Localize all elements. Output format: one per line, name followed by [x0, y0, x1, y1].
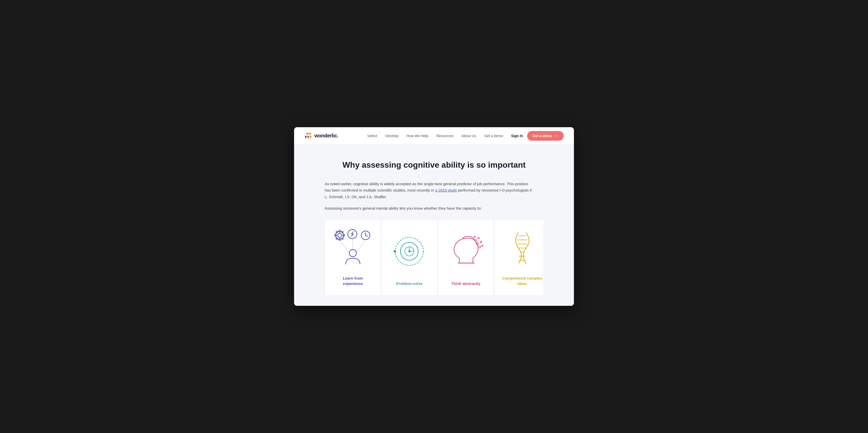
svg-marker-17 — [351, 231, 353, 237]
paragraph-1: As noted earlier, cognitive ability is w… — [324, 181, 533, 200]
logo-icon — [304, 132, 312, 140]
svg-marker-0 — [306, 133, 308, 135]
nav-get-demo-link[interactable]: Get a demo — [484, 134, 503, 138]
card-learn: Learn from experience — [324, 219, 381, 296]
sign-in-button[interactable]: Sign In — [511, 134, 523, 138]
svg-marker-3 — [305, 136, 307, 139]
svg-point-36 — [474, 236, 475, 237]
svg-point-30 — [394, 250, 396, 253]
svg-marker-4 — [307, 136, 310, 139]
nav-about-us[interactable]: About Us — [462, 134, 476, 138]
card-problem-solve: Problem-solve — [381, 219, 438, 296]
card-learn-label: Learn from experience — [333, 276, 373, 286]
svg-point-34 — [480, 241, 482, 243]
browser-window: wonderlic. Select Develop How We Help Re… — [294, 127, 574, 306]
card-comprehend-label: Comprehend complex ideas — [502, 276, 542, 286]
card-comprehend-illustration — [502, 230, 542, 271]
paragraph-2: Assessing someone's general mental abili… — [324, 205, 533, 212]
nav-links: Select Develop How We Help Resources Abo… — [367, 134, 503, 138]
nav-how-we-help[interactable]: How We Help — [406, 134, 428, 138]
logo[interactable]: wonderlic. — [304, 132, 338, 140]
svg-point-21 — [365, 235, 366, 236]
svg-marker-2 — [309, 133, 311, 135]
get-demo-button[interactable]: Get a demo → — [527, 131, 564, 141]
logo-text: wonderlic. — [314, 133, 338, 138]
card-think-illustration — [445, 230, 486, 276]
svg-point-7 — [338, 233, 342, 237]
nav-select[interactable]: Select — [367, 134, 377, 138]
svg-line-24 — [352, 239, 353, 253]
svg-line-25 — [356, 240, 366, 253]
svg-point-32 — [478, 237, 479, 239]
main-content: Why assessing cognitive ability is so im… — [294, 145, 574, 306]
nav-resources[interactable]: Resources — [436, 134, 453, 138]
arrow-icon: → — [554, 133, 558, 138]
card-problem-solve-label: Problem-solve — [396, 281, 422, 286]
svg-line-23 — [340, 240, 349, 253]
nav-develop[interactable]: Develop — [385, 134, 398, 138]
study-link[interactable]: a 2016 study — [435, 188, 457, 192]
page-title: Why assessing cognitive ability is so im… — [324, 160, 544, 171]
cards-grid: Learn from experience — [324, 219, 544, 296]
navbar: wonderlic. Select Develop How We Help Re… — [294, 127, 574, 145]
card-think: Think abstractly — [438, 219, 494, 296]
card-think-label: Think abstractly — [451, 281, 480, 286]
nav-actions: Sign In Get a demo → — [511, 131, 564, 141]
svg-point-37 — [482, 245, 483, 246]
svg-point-29 — [408, 250, 410, 252]
card-learn-illustration — [333, 230, 373, 271]
card-comprehend: Comprehend complex ideas — [494, 219, 544, 296]
svg-point-35 — [479, 246, 481, 248]
svg-point-22 — [349, 250, 356, 257]
svg-marker-1 — [308, 133, 309, 135]
svg-marker-5 — [310, 136, 312, 139]
card-problem-solve-illustration — [389, 230, 430, 276]
